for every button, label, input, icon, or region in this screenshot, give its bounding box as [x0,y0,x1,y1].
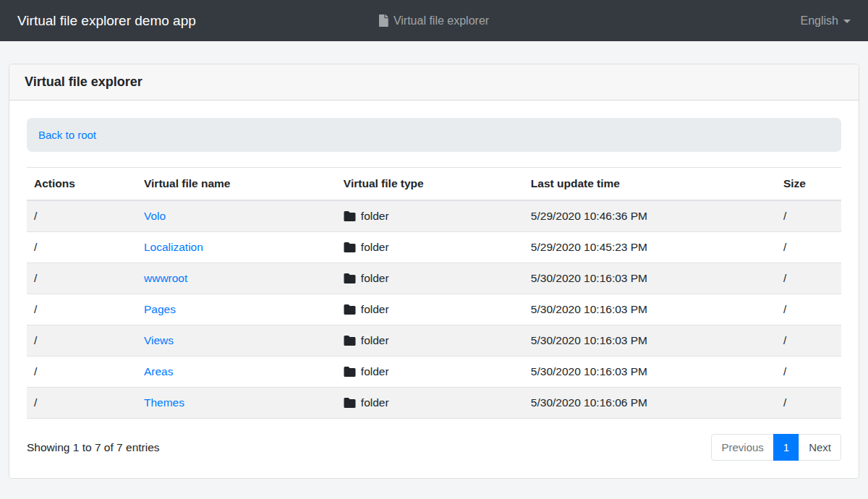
cell-size: / [776,325,841,357]
table-row: / Themes folder 5/30/2020 10:16:06 PM / [27,388,841,419]
language-label: English [801,14,838,27]
cell-type-label: folder [361,272,389,285]
navbar-center-label: Virtual file explorer [393,14,489,27]
cell-actions: / [27,325,137,357]
cell-size: / [776,232,841,263]
cell-updated: 5/30/2020 10:16:03 PM [524,294,776,325]
cell-updated: 5/30/2020 10:16:03 PM [524,357,776,388]
cell-actions: / [27,294,137,325]
file-name-link[interactable]: Views [144,334,174,346]
file-table: Actions Virtual file name Virtual file t… [27,167,841,419]
cell-type-label: folder [361,334,389,347]
language-dropdown[interactable]: English [801,14,851,27]
app-brand-link[interactable]: Virtual file explorer demo app [17,13,196,29]
cell-updated: 5/30/2020 10:16:03 PM [524,325,776,357]
file-name-link[interactable]: wwwroot [144,272,187,284]
cell-actions: / [27,263,137,294]
file-name-link[interactable]: Localization [144,241,203,253]
cell-type-label: folder [361,396,389,409]
cell-type-label: folder [361,365,389,378]
cell-updated: 5/30/2020 10:16:06 PM [524,388,776,419]
table-footer: Showing 1 to 7 of 7 entries Previous 1 N… [27,434,841,461]
top-navbar: Virtual file explorer demo app Virtual f… [0,0,868,41]
table-row: / Views folder 5/30/2020 10:16:03 PM / [27,325,841,357]
cell-size: / [776,294,841,325]
cell-actions: / [27,388,137,419]
table-row: / Areas folder 5/30/2020 10:16:03 PM / [27,357,841,388]
entries-summary: Showing 1 to 7 of 7 entries [27,441,160,454]
card-title: Virtual file explorer [9,64,859,101]
cell-updated: 5/30/2020 10:16:03 PM [524,263,776,294]
pagination: Previous 1 Next [711,434,841,461]
cell-updated: 5/29/2020 10:45:23 PM [524,232,776,263]
card-body: Back to root Actions Virtual file name V… [9,101,859,478]
cell-size: / [776,263,841,294]
cell-type-label: folder [361,303,389,316]
table-row: / Localization folder 5/29/2020 10:45:23… [27,232,841,263]
folder-icon [344,398,356,408]
breadcrumb-bar: Back to root [27,118,841,152]
back-to-root-link[interactable]: Back to root [38,129,96,141]
cell-size: / [776,357,841,388]
cell-size: / [776,200,841,232]
folder-icon [344,304,356,315]
cell-actions: / [27,200,137,232]
col-header-type: Virtual file type [336,168,524,201]
cell-actions: / [27,232,137,263]
cell-size: / [776,388,841,419]
cell-type-label: folder [361,210,389,223]
file-name-link[interactable]: Pages [144,303,176,315]
table-row: / Volo folder 5/29/2020 10:46:36 PM / [27,200,841,232]
folder-icon [344,242,356,252]
folder-icon [344,211,356,221]
col-header-actions: Actions [27,168,137,201]
page-content: Virtual file explorer Back to root Actio… [0,41,868,479]
col-header-updated: Last update time [524,168,776,201]
pagination-previous-button[interactable]: Previous [711,434,773,461]
file-name-link[interactable]: Areas [144,365,174,378]
pagination-next-button[interactable]: Next [799,434,841,461]
pagination-page-1-button[interactable]: 1 [773,434,799,461]
table-row: / Pages folder 5/30/2020 10:16:03 PM / [27,294,841,325]
file-name-link[interactable]: Volo [144,210,166,222]
navbar-file-explorer-link[interactable]: Virtual file explorer [379,14,489,27]
col-header-size: Size [776,168,841,201]
caret-down-icon [843,20,851,23]
file-explorer-card: Virtual file explorer Back to root Actio… [9,64,859,479]
cell-updated: 5/29/2020 10:46:36 PM [524,200,776,232]
file-name-link[interactable]: Themes [144,396,184,409]
folder-icon [344,367,356,377]
cell-actions: / [27,357,137,388]
table-header-row: Actions Virtual file name Virtual file t… [27,168,841,201]
folder-icon [344,336,356,346]
folder-icon [344,273,356,283]
file-icon [379,14,388,27]
table-row: / wwwroot folder 5/30/2020 10:16:03 PM / [27,263,841,294]
cell-type-label: folder [361,241,389,254]
col-header-name: Virtual file name [137,168,336,201]
